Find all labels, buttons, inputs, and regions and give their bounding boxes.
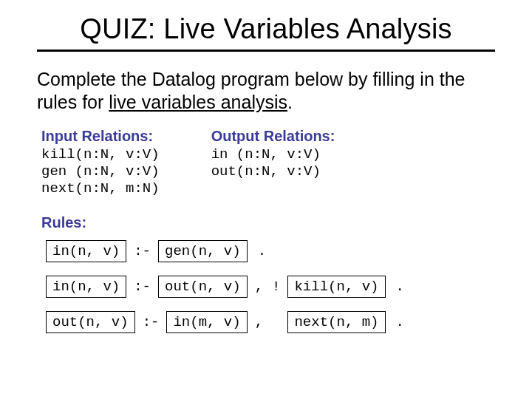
negation: ! [270, 279, 282, 295]
input-relations-body: kill(n:N, v:V) gen (n:N, v:V) next(n:N, … [41, 146, 160, 198]
rule-body-box[interactable]: next(n, m) [287, 311, 385, 333]
deriv-symbol: :- [132, 279, 152, 295]
spacer [270, 314, 282, 330]
rule-row: in(n, v) :- out(n, v) , ! kill(n, v) . [46, 276, 495, 298]
output-relations-body: in (n:N, v:V) out(n:N, v:V) [211, 146, 335, 180]
instruction-underline: live variables analysis [109, 92, 287, 112]
rule-head-box[interactable]: in(n, v) [46, 240, 126, 262]
output-relations: Output Relations: in (n:N, v:V) out(n:N,… [211, 128, 335, 198]
rule-period: . [253, 243, 266, 259]
instruction-text: Complete the Datalog program below by fi… [37, 68, 495, 113]
rule-head-box[interactable]: out(n, v) [46, 311, 135, 333]
rule-body-box[interactable]: out(n, v) [158, 276, 248, 298]
rules-list: in(n, v) :- gen(n, v) . in(n, v) :- out(… [46, 240, 495, 333]
rule-period: . [392, 314, 404, 330]
output-relations-heading: Output Relations: [211, 128, 335, 145]
deriv-symbol: :- [132, 243, 152, 259]
comma: , [253, 279, 265, 295]
rule-row: in(n, v) :- gen(n, v) . [46, 240, 495, 262]
input-relations: Input Relations: kill(n:N, v:V) gen (n:N… [41, 128, 160, 198]
rules-heading: Rules: [41, 214, 495, 231]
comma: , [253, 314, 265, 330]
input-relations-heading: Input Relations: [41, 128, 160, 145]
rule-row: out(n, v) :- in(m, v) , next(n, m) . [46, 311, 495, 333]
rule-head-box[interactable]: in(n, v) [46, 276, 126, 298]
deriv-symbol: :- [141, 314, 161, 330]
rule-body-box[interactable]: gen(n, v) [158, 240, 248, 262]
instruction-post: . [287, 92, 293, 112]
rule-body-box[interactable]: kill(n, v) [287, 276, 385, 298]
rule-body-box[interactable]: in(m, v) [166, 311, 247, 333]
rule-period: . [392, 279, 404, 295]
title-divider [37, 50, 495, 52]
relations-block: Input Relations: kill(n:N, v:V) gen (n:N… [41, 128, 495, 198]
page-title: QUIZ: Live Variables Analysis [37, 13, 495, 45]
